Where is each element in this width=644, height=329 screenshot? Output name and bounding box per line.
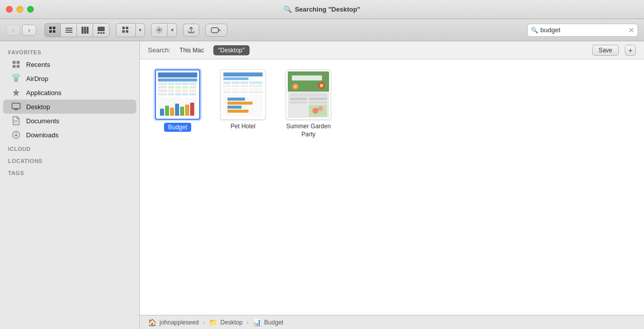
sidebar-item-airdrop[interactable]: AirDrop [3, 71, 136, 86]
svg-rect-48 [182, 93, 188, 96]
svg-rect-7 [82, 27, 84, 34]
svg-point-84 [294, 85, 297, 88]
share-icon [188, 27, 195, 34]
svg-point-94 [312, 108, 318, 114]
breadcrumb-file: Budget [264, 319, 283, 326]
locations-label: Locations [0, 154, 139, 166]
svg-rect-44 [189, 90, 196, 92]
group-by-arrow[interactable]: ▾ [135, 24, 144, 37]
search-box[interactable]: 🔍 ✕ [527, 24, 638, 37]
gallery-view-button[interactable] [93, 24, 109, 37]
file-icon: 📊 [253, 318, 261, 326]
sidebar-item-desktop[interactable]: Desktop [3, 100, 136, 114]
home-icon: 🏠 [148, 318, 156, 326]
svg-rect-33 [182, 83, 188, 85]
svg-rect-80 [227, 110, 249, 113]
gear-button[interactable] [151, 24, 168, 37]
scope-desktop-button[interactable]: "Desktop" [213, 45, 250, 55]
forward-button[interactable]: › [22, 25, 36, 36]
file-item-budget[interactable]: Budget [150, 69, 205, 138]
svg-rect-12 [100, 32, 102, 34]
svg-rect-36 [168, 86, 174, 89]
applications-label: Applications [26, 89, 61, 97]
maximize-button[interactable] [27, 6, 34, 13]
icon-view-button[interactable] [45, 24, 61, 37]
svg-rect-75 [249, 91, 263, 93]
svg-rect-55 [180, 107, 184, 116]
file-thumbnail-summer-garden [286, 69, 331, 120]
file-label-budget: Budget [164, 123, 191, 132]
svg-rect-3 [53, 30, 55, 33]
svg-rect-65 [232, 85, 239, 87]
share-button[interactable] [183, 24, 199, 37]
sidebar-item-documents[interactable]: Documents [3, 114, 136, 128]
svg-point-86 [320, 84, 324, 88]
svg-rect-10 [98, 27, 105, 31]
svg-rect-17 [126, 30, 128, 33]
svg-rect-64 [223, 85, 231, 87]
file-label-pet-hotel: Pet Hotel [230, 123, 255, 131]
svg-rect-38 [182, 86, 188, 89]
svg-rect-71 [249, 88, 263, 90]
view-toggle-group [44, 23, 110, 37]
gear-arrow[interactable]: ▾ [168, 24, 177, 37]
window-controls[interactable] [6, 6, 34, 13]
svg-point-18 [158, 29, 160, 31]
add-criteria-button[interactable]: + [625, 45, 636, 56]
group-by-button[interactable] [116, 24, 135, 37]
desktop-icon [11, 102, 21, 112]
svg-rect-70 [240, 88, 248, 90]
search-input[interactable] [540, 26, 626, 34]
back-button[interactable]: ‹ [6, 25, 20, 36]
column-view-button[interactable] [77, 24, 93, 37]
minimize-button[interactable] [17, 6, 23, 13]
save-button[interactable]: Save [592, 45, 619, 56]
svg-rect-61 [232, 81, 239, 84]
svg-rect-16 [122, 30, 125, 33]
sidebar-item-downloads[interactable]: Downloads [3, 128, 136, 142]
svg-rect-21 [17, 61, 20, 64]
tag-button[interactable] [205, 24, 227, 37]
svg-rect-23 [17, 65, 20, 68]
svg-point-95 [318, 106, 323, 111]
recents-icon [11, 59, 21, 69]
svg-rect-42 [175, 90, 181, 92]
close-button[interactable] [6, 6, 13, 13]
group-icon [122, 26, 130, 34]
file-label-summer-garden: Summer Garden Party [283, 123, 334, 138]
documents-label: Documents [26, 117, 59, 125]
svg-rect-28 [158, 72, 197, 77]
svg-rect-9 [87, 27, 89, 34]
gallery-icon [97, 26, 105, 34]
sidebar-item-recents[interactable]: Recents [3, 57, 136, 71]
sidebar-item-applications[interactable]: Applications [3, 86, 136, 100]
svg-rect-90 [309, 98, 327, 100]
svg-rect-66 [240, 85, 248, 87]
svg-rect-29 [158, 78, 197, 81]
svg-rect-79 [227, 106, 242, 109]
applications-icon [11, 88, 21, 98]
grid-icon [49, 26, 57, 34]
status-bar: 🏠 johnappleseed › 📁 Desktop › 📊 Budget [140, 315, 644, 329]
svg-rect-78 [227, 102, 253, 105]
svg-rect-34 [189, 83, 196, 85]
list-icon [65, 26, 73, 34]
airdrop-label: AirDrop [26, 75, 48, 83]
search-clear-button[interactable]: ✕ [628, 26, 634, 34]
svg-rect-53 [170, 108, 174, 116]
file-item-summer-garden[interactable]: Summer Garden Party [281, 69, 336, 138]
file-item-pet-hotel[interactable]: Pet Hotel [215, 69, 271, 138]
list-view-button[interactable] [61, 24, 77, 37]
scope-thismac-button[interactable]: This Mac [175, 45, 209, 55]
search-label: Search: [148, 46, 171, 54]
svg-rect-45 [158, 93, 167, 96]
forward-icon: › [28, 27, 30, 34]
action-group: ▾ [151, 23, 177, 37]
svg-rect-51 [160, 109, 164, 116]
svg-rect-58 [223, 72, 263, 76]
sidebar: Favorites Recents A [0, 41, 140, 329]
svg-rect-37 [175, 86, 181, 89]
window-title: 🔍 Searching "Desktop" [284, 6, 360, 13]
file-thumbnail-budget [155, 69, 200, 120]
downloads-icon [11, 130, 21, 140]
